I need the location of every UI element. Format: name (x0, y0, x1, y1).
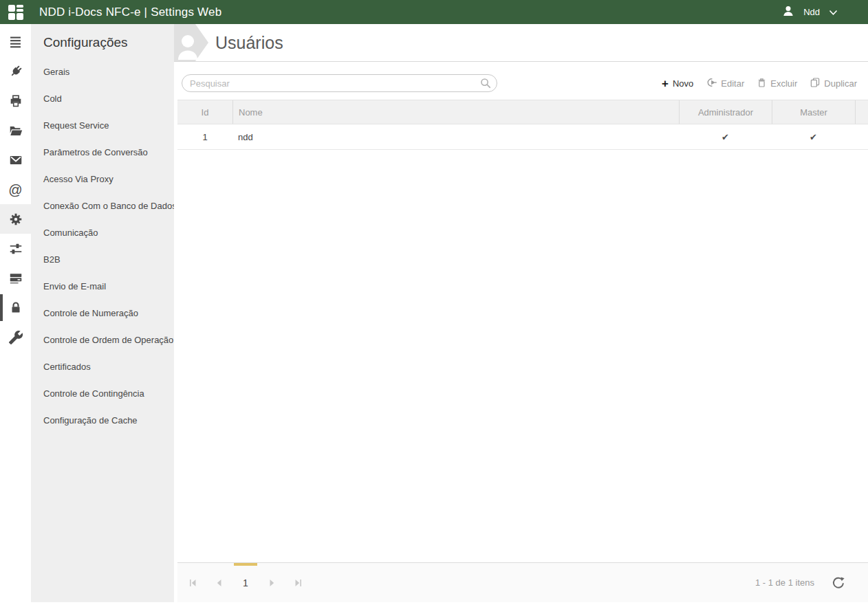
last-page-button[interactable] (289, 574, 307, 592)
sidebar-item-gerais[interactable]: Gerais (31, 58, 174, 85)
menu-toggle-button[interactable] (0, 27, 31, 56)
app-title: NDD i-Docs NFC-e | Settings Web (39, 5, 221, 19)
edit-icon (706, 78, 717, 89)
gear-icon (8, 212, 23, 227)
sidebar-item-conexao-banco[interactable]: Conexão Com o Banco de Dados (31, 192, 174, 219)
rail-item-connections[interactable] (0, 56, 31, 86)
page-title: Usuários (215, 33, 283, 53)
folder-open-icon (8, 123, 23, 138)
person-icon (177, 32, 204, 60)
next-page-button[interactable] (263, 574, 281, 592)
top-bar: NDD i-Docs NFC-e | Settings Web Ndd (0, 0, 868, 24)
user-icon (782, 5, 794, 20)
cell-id: 1 (177, 124, 232, 149)
cell-nome: ndd (232, 124, 679, 149)
refresh-icon (832, 577, 845, 589)
pager: 1 1 - 1 de 1 itens (177, 562, 868, 602)
main-content: Usuários + Novo Editar (174, 24, 868, 607)
first-page-button[interactable] (184, 574, 202, 592)
printer-icon (8, 93, 23, 109)
plus-icon: + (662, 78, 669, 89)
user-menu[interactable]: Ndd (782, 5, 838, 20)
sidebar-title: Configurações (43, 34, 162, 52)
pager-info: 1 - 1 de 1 itens (755, 577, 814, 588)
chevron-down-icon (829, 6, 838, 19)
column-header-nome[interactable]: Nome (232, 100, 679, 124)
menu-icon (8, 34, 23, 49)
app-logo-icon[interactable] (8, 5, 23, 20)
page-header: Usuários (174, 24, 868, 62)
next-page-icon (267, 578, 276, 588)
column-header-id[interactable]: Id (177, 100, 232, 124)
wrench-icon (8, 330, 23, 345)
check-icon: ✔ (810, 132, 817, 142)
toolbar: + Novo Editar Excluir (174, 74, 868, 92)
sidebar-item-envio-email[interactable]: Envio de E-mail (31, 273, 174, 300)
current-page-indicator (234, 563, 257, 566)
rail-item-services[interactable] (0, 263, 31, 293)
sidebar-item-controle-contingencia[interactable]: Controle de Contingência (31, 380, 174, 407)
editar-button[interactable]: Editar (706, 78, 744, 89)
bottom-strip (174, 602, 868, 607)
users-table: Id Nome Administrador Master 1 ndd ✔ ✔ (177, 100, 868, 150)
rail-item-email-at[interactable]: @ (0, 175, 31, 204)
table-header: Id Nome Administrador Master (177, 100, 868, 124)
rail-item-printing[interactable] (0, 86, 31, 115)
sidebar-item-certificados[interactable]: Certificados (31, 353, 174, 380)
rail-item-security[interactable] (0, 293, 31, 322)
page-number-button[interactable]: 1 (237, 574, 254, 592)
sliders-icon (8, 241, 23, 256)
settings-sidebar: Configurações Gerais Cold Request Servic… (31, 24, 174, 607)
table-row[interactable]: 1 ndd ✔ ✔ (177, 124, 868, 150)
previous-page-button[interactable] (210, 574, 228, 592)
novo-button[interactable]: + Novo (662, 78, 693, 89)
trash-icon (757, 78, 766, 89)
sidebar-item-b2b[interactable]: B2B (31, 246, 174, 273)
search-input[interactable] (182, 74, 497, 92)
sidebar-item-configuracao-cache[interactable]: Configuração de Cache (31, 407, 174, 434)
sidebar-item-cold[interactable]: Cold (31, 85, 174, 112)
search-icon (480, 78, 491, 91)
first-page-icon (188, 578, 198, 588)
icon-rail: @ (0, 24, 31, 607)
sidebar-item-acesso-proxy[interactable]: Acesso Via Proxy (31, 166, 174, 192)
rail-item-tools[interactable] (0, 322, 31, 352)
plug-icon (8, 64, 23, 79)
rail-item-files[interactable] (0, 115, 31, 145)
rail-item-parameters[interactable] (0, 234, 31, 263)
at-icon: @ (8, 183, 22, 197)
server-icon (8, 271, 23, 286)
lock-icon (8, 300, 23, 316)
sidebar-item-parametros-conversao[interactable]: Parâmetros de Conversão (31, 139, 174, 166)
duplicar-button[interactable]: Duplicar (810, 78, 857, 89)
sidebar-item-controle-ordem-operacao[interactable]: Controle de Ordem de Operação (31, 327, 174, 353)
column-header-filler (855, 100, 868, 124)
sidebar-item-controle-numeracao[interactable]: Controle de Numeração (31, 300, 174, 327)
refresh-button[interactable] (829, 574, 847, 592)
copy-icon (810, 78, 820, 89)
sidebar-item-request-service[interactable]: Request Service (31, 112, 174, 139)
column-header-administrador[interactable]: Administrador (679, 100, 772, 124)
excluir-button[interactable]: Excluir (757, 78, 797, 89)
rail-item-settings[interactable] (0, 204, 31, 234)
users-breadcrumb-icon (174, 24, 208, 61)
sidebar-item-comunicacao[interactable]: Comunicação (31, 219, 174, 246)
user-name: Ndd (803, 7, 820, 17)
column-header-master[interactable]: Master (772, 100, 855, 124)
previous-page-icon (215, 578, 224, 588)
rail-item-mail[interactable] (0, 145, 31, 175)
envelope-icon (8, 153, 23, 168)
check-icon: ✔ (721, 132, 729, 142)
last-page-icon (293, 578, 303, 588)
